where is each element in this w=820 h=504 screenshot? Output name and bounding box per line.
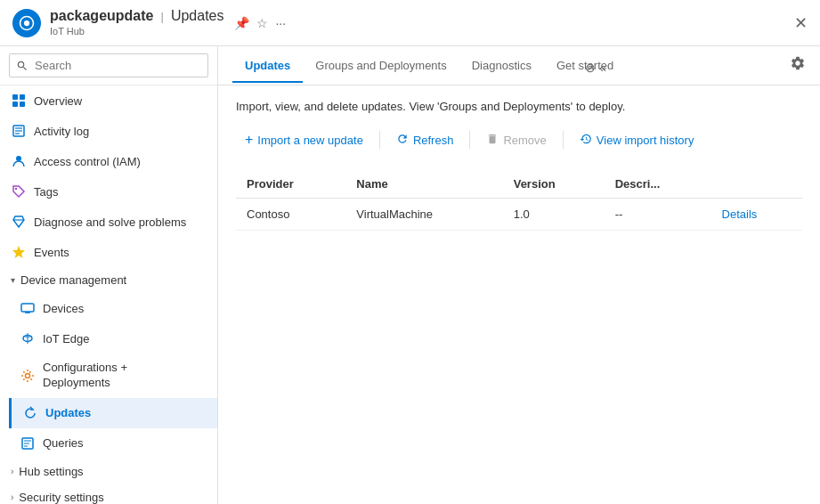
app-icon bbox=[12, 9, 41, 37]
tags-label: Tags bbox=[34, 185, 207, 199]
content-area: Updates Groups and Deployments Diagnosti… bbox=[218, 46, 820, 504]
cell-details[interactable]: Details bbox=[711, 199, 802, 231]
svg-rect-13 bbox=[21, 304, 34, 312]
sidebar: ⊘ « Overview Activity log bbox=[0, 46, 218, 504]
security-settings-label: Security settings bbox=[19, 491, 103, 504]
iot-edge-label: IoT Edge bbox=[43, 332, 207, 345]
import-label: Import a new update bbox=[257, 134, 363, 147]
events-label: Events bbox=[34, 246, 207, 259]
sidebar-item-events[interactable]: Events bbox=[0, 237, 217, 267]
import-icon: + bbox=[245, 132, 253, 148]
col-actions bbox=[711, 170, 802, 199]
tab-bar: Updates Groups and Deployments Diagnosti… bbox=[218, 46, 820, 85]
toolbar: + Import a new update Refresh Remove bbox=[236, 127, 802, 152]
refresh-label: Refresh bbox=[413, 134, 454, 147]
history-button[interactable]: View import history bbox=[571, 128, 703, 152]
svg-marker-12 bbox=[12, 246, 25, 258]
chevron-right-icon-security: › bbox=[11, 492, 13, 502]
settings-button[interactable] bbox=[790, 55, 806, 76]
svg-point-10 bbox=[16, 156, 21, 161]
col-version: Version bbox=[503, 170, 605, 199]
activity-log-label: Activity log bbox=[34, 125, 207, 138]
remove-button[interactable]: Remove bbox=[477, 128, 555, 152]
svg-rect-2 bbox=[12, 94, 18, 100]
app-name: packageupdate bbox=[50, 8, 153, 24]
col-description: Descri... bbox=[605, 170, 711, 199]
title-group: packageupdate | Updates IoT Hub bbox=[50, 8, 223, 37]
sidebar-item-configurations[interactable]: Configurations +Deployments bbox=[9, 354, 217, 398]
page-description: Import, view, and delete updates. View '… bbox=[236, 100, 802, 113]
svg-rect-4 bbox=[12, 102, 18, 107]
cell-provider: Contoso bbox=[236, 199, 345, 231]
toolbar-separator-1 bbox=[379, 131, 380, 149]
svg-rect-3 bbox=[20, 94, 25, 100]
page-name: Updates bbox=[171, 8, 224, 24]
configurations-icon bbox=[20, 368, 36, 384]
svg-point-11 bbox=[15, 188, 17, 190]
security-settings-header[interactable]: › Security settings bbox=[0, 484, 217, 504]
sidebar-item-tags[interactable]: Tags bbox=[0, 176, 217, 207]
title-actions: 📌 ☆ ··· bbox=[234, 16, 286, 30]
access-control-icon bbox=[11, 153, 27, 169]
import-button[interactable]: + Import a new update bbox=[236, 127, 372, 152]
diagnose-icon bbox=[11, 214, 27, 230]
hub-settings-header[interactable]: › Hub settings bbox=[0, 459, 217, 484]
sidebar-item-iot-edge[interactable]: IoT Edge bbox=[9, 323, 217, 354]
col-name: Name bbox=[345, 170, 502, 199]
device-management-label: Device management bbox=[20, 273, 126, 287]
pin-icon[interactable]: 📌 bbox=[234, 16, 249, 30]
svg-rect-5 bbox=[20, 102, 25, 107]
history-icon bbox=[580, 133, 592, 148]
sidebar-item-devices[interactable]: Devices bbox=[9, 293, 217, 323]
chevron-right-icon-hub: › bbox=[11, 467, 13, 476]
sidebar-item-updates[interactable]: Updates bbox=[9, 398, 217, 428]
tab-groups-deployments[interactable]: Groups and Deployments bbox=[303, 50, 459, 83]
history-label: View import history bbox=[597, 134, 694, 147]
toolbar-separator-2 bbox=[469, 131, 470, 149]
tags-icon bbox=[11, 183, 27, 199]
toolbar-separator-3 bbox=[563, 131, 564, 149]
remove-label: Remove bbox=[503, 134, 546, 147]
sidebar-search-container: ⊘ « bbox=[0, 46, 217, 85]
sidebar-item-activity-log[interactable]: Activity log bbox=[0, 116, 217, 146]
tab-diagnostics[interactable]: Diagnostics bbox=[459, 50, 544, 83]
sidebar-item-access-control[interactable]: Access control (IAM) bbox=[0, 146, 217, 176]
device-management-subitems: Devices IoT Edge Configurations +Deploym… bbox=[0, 293, 217, 459]
sidebar-nav: Overview Activity log Access control (IA… bbox=[0, 85, 217, 504]
diagnose-label: Diagnose and solve problems bbox=[34, 215, 207, 229]
updates-table: Provider Name Version Descri... Contoso … bbox=[236, 170, 802, 231]
cell-name: VirtualMachine bbox=[345, 199, 502, 231]
sidebar-item-overview[interactable]: Overview bbox=[0, 85, 217, 116]
sidebar-item-diagnose[interactable]: Diagnose and solve problems bbox=[0, 207, 217, 237]
main-layout: ⊘ « Overview Activity log bbox=[0, 46, 820, 504]
page-content: Import, view, and delete updates. View '… bbox=[218, 85, 820, 504]
star-icon[interactable]: ☆ bbox=[256, 16, 268, 30]
subtitle: IoT Hub bbox=[50, 26, 85, 37]
devices-label: Devices bbox=[43, 302, 207, 315]
title-bar: packageupdate | Updates IoT Hub 📌 ☆ ··· … bbox=[0, 0, 820, 46]
search-input[interactable] bbox=[9, 53, 208, 77]
sidebar-item-queries[interactable]: Queries bbox=[9, 428, 217, 459]
access-control-label: Access control (IAM) bbox=[34, 155, 207, 168]
tab-updates[interactable]: Updates bbox=[232, 50, 303, 83]
chevron-down-icon: ▾ bbox=[11, 275, 15, 285]
title-separator: | bbox=[160, 10, 163, 23]
table-row: Contoso VirtualMachine 1.0 -- Details bbox=[236, 199, 802, 231]
configurations-label: Configurations +Deployments bbox=[43, 361, 207, 391]
col-provider: Provider bbox=[236, 170, 345, 199]
refresh-icon bbox=[396, 133, 409, 148]
close-button[interactable]: ✕ bbox=[794, 13, 808, 33]
queries-label: Queries bbox=[43, 436, 207, 450]
queries-icon bbox=[20, 435, 36, 451]
overview-icon bbox=[11, 93, 27, 109]
updates-label: Updates bbox=[45, 406, 207, 419]
details-link[interactable]: Details bbox=[722, 207, 758, 221]
svg-point-18 bbox=[26, 373, 30, 378]
activity-log-icon bbox=[11, 123, 27, 139]
device-management-header[interactable]: ▾ Device management bbox=[0, 267, 217, 293]
iot-edge-icon bbox=[20, 330, 36, 346]
more-icon[interactable]: ··· bbox=[275, 16, 286, 30]
events-icon bbox=[11, 244, 27, 260]
refresh-button[interactable]: Refresh bbox=[387, 128, 463, 152]
overview-label: Overview bbox=[34, 94, 207, 108]
